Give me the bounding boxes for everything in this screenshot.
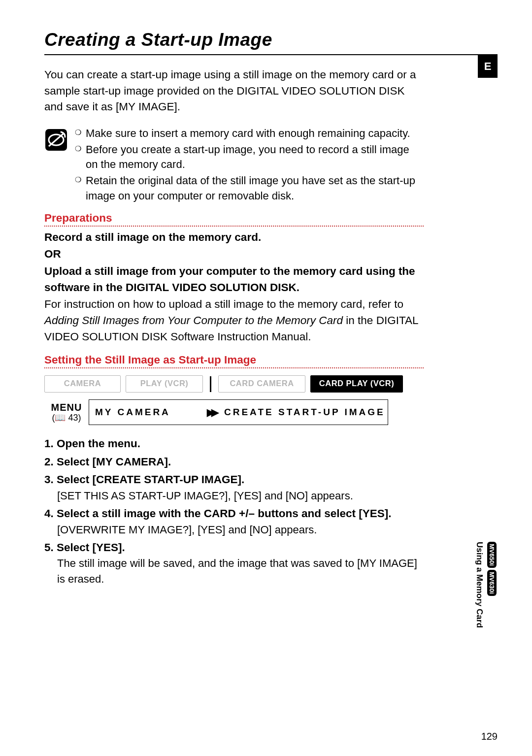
page-number: 129 <box>481 731 498 742</box>
dotted-rule <box>44 226 424 227</box>
mode-separator <box>210 376 211 392</box>
menu-cell-create: CREATE START-UP IMAGE <box>218 399 388 425</box>
intro-paragraph: You can create a start-up image using a … <box>44 67 424 115</box>
side-section-label: Using a Memory Card MV650i MV630i <box>474 542 497 628</box>
title-rule <box>44 54 498 55</box>
step-head: Select [MY CAMERA]. <box>44 454 424 470</box>
step-item: Open the menu. <box>44 436 424 452</box>
steps-list: Open the menu. Select [MY CAMERA]. Selec… <box>44 436 424 587</box>
menu-ref: (📖 43) <box>52 412 81 423</box>
instr-pre: For instruction on how to upload a still… <box>44 298 403 310</box>
step-head: Open the menu. <box>44 436 424 452</box>
note-block: Make sure to insert a memory card with e… <box>44 126 424 205</box>
note-icon <box>44 128 68 154</box>
mode-play-vcr: PLAY (VCR) <box>126 375 203 393</box>
menu-word: MENU <box>51 402 82 413</box>
prep-line1: Record a still image on the memory card. <box>44 230 424 246</box>
mode-card-camera: CARD CAMERA <box>218 375 305 393</box>
menu-path-row: MENU (📖 43) MY CAMERA ▶▶ CREATE START-UP… <box>44 399 424 425</box>
mode-row: CAMERA PLAY (VCR) CARD CAMERA CARD PLAY … <box>44 375 424 393</box>
mode-card-play-vcr-active: CARD PLAY (VCR) <box>310 375 403 393</box>
section-preparations: Preparations <box>44 212 424 225</box>
note-list: Make sure to insert a memory card with e… <box>75 126 424 205</box>
step-head: Select [YES]. <box>44 540 424 556</box>
step-item: Select [CREATE START-UP IMAGE]. [SET THI… <box>44 472 424 504</box>
step-head: Select [CREATE START-UP IMAGE]. <box>44 472 424 488</box>
menu-label: MENU (📖 43) <box>44 399 89 425</box>
note-item: Make sure to insert a memory card with e… <box>75 126 424 141</box>
mode-camera: CAMERA <box>44 375 121 393</box>
side-section-text: Using a Memory Card <box>474 542 484 628</box>
prep-or: OR <box>44 246 424 263</box>
step-sub: [OVERWRITE MY IMAGE?], [YES] and [NO] ap… <box>57 522 424 538</box>
model-badge: MV630i <box>487 570 497 596</box>
side-tab-e: E <box>478 55 498 78</box>
note-item: Before you create a start-up image, you … <box>75 142 424 173</box>
section-setting: Setting the Still Image as Start-up Imag… <box>44 354 424 366</box>
note-item: Retain the original data of the still im… <box>75 173 424 204</box>
menu-cell-mycamera: MY CAMERA <box>89 399 204 425</box>
step-sub: [SET THIS AS START-UP IMAGE?], [YES] and… <box>57 488 424 504</box>
menu-ref-num: 43 <box>68 413 78 423</box>
prep-instruction: For instruction on how to upload a still… <box>44 296 424 345</box>
step-item: Select [YES]. The still image will be sa… <box>44 540 424 587</box>
model-badge: MV650i <box>487 542 497 568</box>
dotted-rule <box>44 367 424 368</box>
prep-line2: Upload a still image from your computer … <box>44 263 424 296</box>
step-sub: The still image will be saved, and the i… <box>57 556 424 587</box>
instr-italic: Adding Still Images from Your Computer t… <box>44 314 343 327</box>
step-item: Select a still image with the CARD +/– b… <box>44 506 424 538</box>
step-item: Select [MY CAMERA]. <box>44 454 424 470</box>
menu-arrow-icon: ▶▶ <box>204 399 218 425</box>
page-title: Creating a Start-up Image <box>44 30 498 50</box>
model-badges: MV650i MV630i <box>487 542 497 596</box>
step-head: Select a still image with the CARD +/– b… <box>44 506 424 522</box>
